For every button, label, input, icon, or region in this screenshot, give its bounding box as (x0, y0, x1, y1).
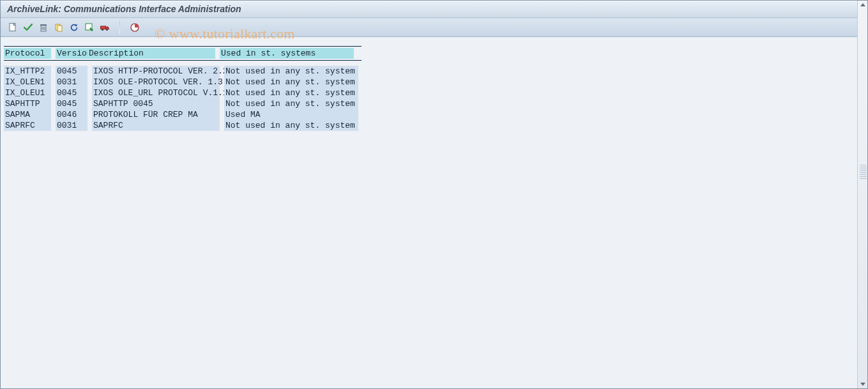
col-description[interactable]: Description (88, 48, 215, 59)
cell-version: 0046 (56, 109, 88, 120)
cell-protocol: IX_OLEN1 (4, 77, 51, 88)
table-row[interactable]: IX_HTTP2 0045 IXOS HTTP-PROTOCOL VER. 2.… (4, 66, 362, 77)
col-used[interactable]: Used in st. systems (220, 48, 354, 59)
cell-used: Not used in any st. system (224, 98, 358, 109)
cell-protocol: SAPMA (4, 109, 51, 120)
list-rule-mid (4, 60, 362, 61)
cell-protocol: IX_OLEU1 (4, 88, 51, 98)
svg-rect-9 (101, 26, 106, 29)
col-version[interactable]: Version (56, 48, 88, 59)
cell-description: IXOS OLE-PROTOCOL VER. 1.3 (92, 77, 220, 88)
cell-description: PROTOKOLL FÜR CREP MA (92, 109, 220, 120)
table-header: Protocol Version Description Used in st.… (4, 48, 362, 59)
table-row[interactable]: SAPHTTP 0045 SAPHTTP 0045 Not used in an… (4, 98, 362, 109)
table-row[interactable]: IX_OLEN1 0031 IXOS OLE-PROTOCOL VER. 1.3… (4, 77, 362, 88)
cell-used: Not used in any st. system (224, 77, 358, 88)
vertical-scrollbar[interactable] (857, 0, 868, 389)
cell-version: 0031 (56, 120, 88, 131)
cell-used: Not used in any st. system (224, 66, 358, 77)
cell-description: IXOS OLE_URL PROTOCOL V.1.1 (92, 88, 220, 98)
copy-icon[interactable] (52, 20, 66, 34)
title-bar: ArchiveLink: Communications Interface Ad… (0, 0, 868, 18)
transport-icon[interactable] (98, 20, 112, 34)
svg-rect-2 (40, 24, 47, 26)
page-title: ArchiveLink: Communications Interface Ad… (7, 4, 241, 14)
accept-icon[interactable] (21, 20, 35, 34)
table-row[interactable]: IX_OLEU1 0045 IXOS OLE_URL PROTOCOL V.1.… (4, 88, 362, 98)
export-icon[interactable] (82, 20, 96, 34)
content-area: Protocol Version Description Used in st.… (0, 37, 868, 389)
table-row[interactable]: SAPMA 0046 PROTOKOLL FÜR CREP MA Used MA (4, 109, 362, 120)
toolbar (0, 18, 868, 37)
svg-point-10 (102, 29, 103, 31)
scroll-grip-icon[interactable] (860, 165, 867, 180)
scroll-track[interactable] (858, 10, 868, 379)
col-protocol[interactable]: Protocol (4, 48, 51, 59)
cell-description: SAPHTTP 0045 (92, 98, 220, 109)
table-row[interactable]: SAPRFC 0031 SAPRFC Not used in any st. s… (4, 120, 362, 131)
svg-rect-7 (57, 26, 62, 31)
svg-point-11 (106, 29, 108, 31)
cell-protocol: IX_HTTP2 (4, 66, 51, 77)
cell-version: 0045 (56, 66, 88, 77)
create-icon[interactable] (6, 20, 20, 34)
list-rule-top (4, 46, 362, 47)
cell-version: 0045 (56, 88, 88, 98)
scroll-down-icon[interactable] (858, 379, 868, 389)
cell-used: Used MA (224, 109, 358, 120)
cell-protocol: SAPRFC (4, 120, 51, 131)
refresh-icon[interactable] (67, 20, 81, 34)
scroll-up-icon[interactable] (858, 0, 868, 10)
cell-version: 0031 (56, 77, 88, 88)
protocol-table: Protocol Version Description Used in st.… (4, 46, 362, 131)
overview-icon[interactable] (128, 20, 142, 34)
cell-used: Not used in any st. system (224, 88, 358, 98)
cell-version: 0045 (56, 98, 88, 109)
table-body: IX_HTTP2 0045 IXOS HTTP-PROTOCOL VER. 2.… (4, 60, 362, 131)
cell-description: SAPRFC (92, 120, 220, 131)
cell-protocol: SAPHTTP (4, 98, 51, 109)
delete-icon[interactable] (36, 20, 50, 34)
cell-description: IXOS HTTP-PROTOCOL VER. 2.2 (92, 66, 220, 77)
cell-used: Not used in any st. system (224, 120, 358, 131)
toolbar-separator (119, 21, 120, 34)
